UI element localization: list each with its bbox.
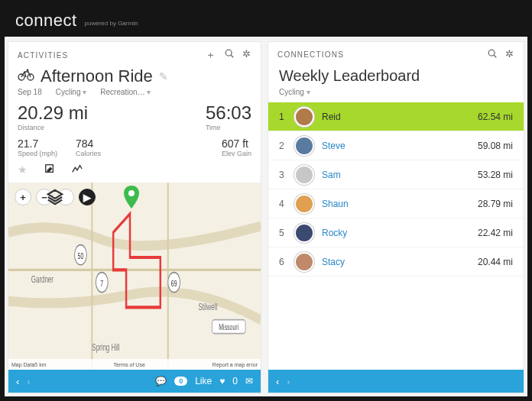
distance-label: Distance bbox=[18, 124, 88, 131]
leaderboard-row[interactable]: 4Shaun28.79 mi bbox=[268, 189, 524, 218]
road-69: 69 bbox=[171, 278, 177, 288]
avatar bbox=[294, 136, 314, 156]
heart-icon[interactable]: ♥ bbox=[219, 376, 225, 386]
distance: 62.54 mi bbox=[478, 112, 513, 122]
next-page-button[interactable]: › bbox=[287, 376, 290, 387]
prev-activity-button[interactable]: ‹ bbox=[16, 376, 19, 387]
gear-icon[interactable]: ✲ bbox=[505, 48, 514, 61]
activities-panel: ACTIVITIES ＋ ✲ Afternoon Ride ✎ Sep 18 bbox=[8, 41, 261, 393]
favorite-icon[interactable]: ★ bbox=[18, 163, 28, 176]
time-value: 56:03 bbox=[206, 102, 251, 124]
comment-icon[interactable]: 💬 bbox=[155, 376, 167, 386]
next-activity-button[interactable]: › bbox=[27, 376, 30, 387]
activities-footer: ‹ › 💬 0 Like ♥ 0 ✉ bbox=[8, 370, 261, 393]
svg-point-4 bbox=[27, 69, 29, 71]
avatar bbox=[294, 107, 314, 127]
distance-value: 20.29 mi bbox=[18, 102, 88, 124]
activities-header-actions: ＋ ✲ bbox=[206, 48, 251, 62]
route-map[interactable]: 50 7 69 Gardner Spring Hill Stilwell Mis… bbox=[8, 183, 261, 370]
distance-stat: 20.29 mi Distance bbox=[18, 102, 88, 131]
distance: 53.28 mi bbox=[478, 170, 513, 180]
chart-icon[interactable] bbox=[72, 163, 83, 176]
prev-page-button[interactable]: ‹ bbox=[276, 376, 279, 387]
panels: ACTIVITIES ＋ ✲ Afternoon Ride ✎ Sep 18 bbox=[5, 37, 527, 396]
gear-icon[interactable]: ✲ bbox=[242, 48, 251, 62]
elev-stat: 607 ft Elev Gain bbox=[222, 137, 251, 157]
map-pin-icon bbox=[123, 186, 140, 209]
rank: 6 bbox=[279, 257, 293, 267]
svg-point-0 bbox=[225, 50, 232, 56]
layers-button[interactable] bbox=[57, 189, 74, 205]
topbar: connect powered by Garmin bbox=[5, 5, 527, 37]
svg-line-16 bbox=[494, 55, 496, 57]
road-50: 50 bbox=[78, 251, 84, 260]
like-label[interactable]: Like bbox=[195, 376, 212, 386]
user-name[interactable]: Steve bbox=[322, 141, 478, 151]
activities-header-label: ACTIVITIES bbox=[18, 51, 68, 60]
activity-tools: ★ bbox=[8, 159, 261, 183]
calories-value: 784 bbox=[76, 137, 101, 150]
avatar bbox=[294, 165, 314, 185]
map-controls: + − ▶ bbox=[15, 189, 96, 205]
connections-footer: ‹ › bbox=[268, 370, 524, 393]
distance: 22.42 mi bbox=[478, 228, 513, 238]
connections-header-label: CONNECTIONS bbox=[277, 50, 344, 59]
user-name[interactable]: Sam bbox=[322, 170, 478, 180]
like-count: 0 bbox=[232, 376, 238, 386]
leaderboard-row[interactable]: 2Steve59.08 mi bbox=[268, 131, 524, 160]
distance: 20.44 mi bbox=[478, 257, 513, 267]
place-missouri: Missouri bbox=[219, 322, 238, 331]
place-gardner: Gardner bbox=[31, 273, 54, 284]
edit-title-icon[interactable]: ✎ bbox=[159, 70, 168, 82]
speed-value: 21.7 bbox=[18, 137, 57, 150]
rank: 1 bbox=[279, 112, 293, 122]
speed-stat: 21.7 Speed (mph) bbox=[18, 137, 57, 157]
svg-point-15 bbox=[488, 50, 495, 56]
add-icon[interactable]: ＋ bbox=[206, 48, 216, 62]
edit-icon[interactable] bbox=[44, 163, 55, 176]
primary-stats: 20.29 mi Distance 56:03 Time bbox=[8, 101, 261, 133]
place-stilwell: Stilwell bbox=[198, 301, 217, 312]
map-terms[interactable]: Terms of Use bbox=[47, 362, 212, 367]
brand-name: connect bbox=[15, 11, 77, 31]
activity-title: Afternoon Ride bbox=[41, 66, 153, 86]
user-name[interactable]: Reid bbox=[322, 112, 478, 122]
leaderboard-list: 1Reid62.54 mi2Steve59.08 mi3Sam53.28 mi4… bbox=[268, 102, 524, 370]
share-icon[interactable]: ✉ bbox=[245, 376, 253, 386]
avatar bbox=[294, 252, 314, 272]
search-icon[interactable] bbox=[224, 48, 235, 62]
sport-dropdown[interactable]: Cycling bbox=[56, 88, 87, 96]
svg-line-1 bbox=[231, 55, 233, 57]
map-footer: Map Data 5 km Terms of Use Report a map … bbox=[8, 359, 261, 370]
time-stat: 56:03 Time bbox=[206, 102, 251, 131]
avatar bbox=[294, 194, 314, 214]
leaderboard-filter[interactable]: Cycling bbox=[268, 86, 524, 102]
leaderboard-row[interactable]: 1Reid62.54 mi bbox=[268, 102, 524, 131]
connections-header: CONNECTIONS ✲ bbox=[268, 42, 524, 64]
speed-label: Speed (mph) bbox=[18, 150, 57, 157]
activity-subrow: Sep 18 Cycling Recreation… bbox=[8, 88, 261, 101]
category-dropdown[interactable]: Recreation… bbox=[100, 88, 151, 96]
place-springhill: Spring Hill bbox=[92, 341, 119, 352]
comment-count: 0 bbox=[174, 377, 187, 386]
user-name[interactable]: Stacy bbox=[322, 257, 478, 267]
app-frame: connect powered by Garmin ACTIVITIES ＋ ✲ bbox=[0, 0, 532, 401]
brand-tagline: powered by Garmin bbox=[85, 20, 138, 27]
leaderboard-row[interactable]: 5Rocky22.42 mi bbox=[268, 218, 524, 247]
search-icon[interactable] bbox=[487, 48, 498, 61]
distance: 28.79 mi bbox=[478, 199, 513, 209]
connections-header-actions: ✲ bbox=[487, 48, 514, 61]
distance: 59.08 mi bbox=[478, 141, 513, 151]
rank: 5 bbox=[279, 228, 293, 238]
secondary-stats: 21.7 Speed (mph) 784 Calories 607 ft Ele… bbox=[8, 133, 261, 159]
user-name[interactable]: Rocky bbox=[322, 228, 478, 238]
leaderboard-title: Weekly Leaderboard bbox=[268, 64, 524, 86]
map-report[interactable]: Report a map error bbox=[212, 362, 258, 367]
map-data-label: Map Data bbox=[11, 362, 34, 367]
leaderboard-row[interactable]: 6Stacy20.44 mi bbox=[268, 247, 524, 276]
time-label: Time bbox=[206, 124, 251, 131]
connections-panel: CONNECTIONS ✲ Weekly Leaderboard Cycling… bbox=[268, 41, 524, 393]
activity-date: Sep 18 bbox=[18, 88, 42, 96]
user-name[interactable]: Shaun bbox=[322, 199, 478, 209]
leaderboard-row[interactable]: 3Sam53.28 mi bbox=[268, 160, 524, 189]
